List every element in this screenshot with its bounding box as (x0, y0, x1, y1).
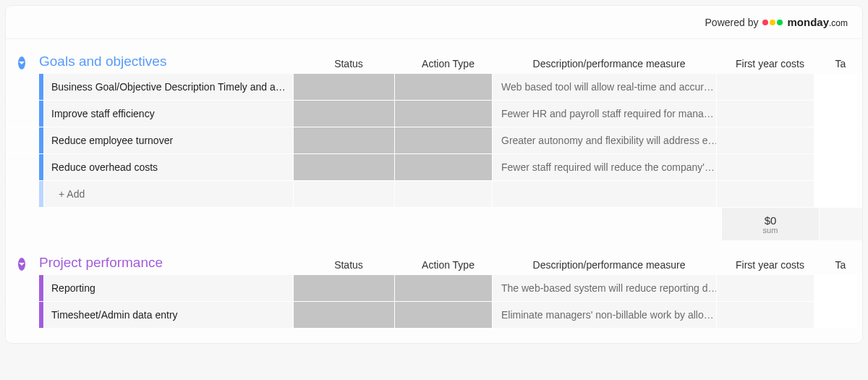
cost-cell[interactable] (716, 154, 814, 180)
table-row[interactable]: Business Goal/Objective Description Time… (6, 74, 862, 101)
description-cell[interactable]: Greater autonomy and flexibility will ad… (492, 127, 716, 153)
description-cell[interactable]: Web based tool will allow real-time and … (492, 74, 716, 100)
action-type-cell[interactable] (394, 302, 492, 328)
col-ta[interactable]: Ta (819, 259, 862, 271)
collapse-button[interactable] (18, 258, 25, 271)
collapse-button[interactable] (18, 56, 25, 69)
table-row[interactable]: Reduce employee turnover Greater autonom… (6, 127, 862, 154)
chevron-down-icon (18, 261, 25, 268)
cost-cell[interactable] (716, 101, 814, 127)
group-title[interactable]: Goals and objectives (29, 54, 166, 69)
col-action-type[interactable]: Action Type (399, 58, 497, 69)
ta-cell[interactable] (814, 302, 857, 328)
group-rows: Reporting The web-based system will redu… (6, 275, 862, 329)
status-cell[interactable] (293, 101, 394, 127)
cost-sum: $0 sum (721, 208, 819, 240)
description-cell[interactable]: Fewer HR and payroll staff required for … (492, 101, 716, 127)
col-status[interactable]: Status (298, 58, 399, 69)
add-item-button[interactable]: + Add (43, 181, 293, 207)
table-row[interactable]: Reduce overhead costs Fewer staff requir… (6, 154, 862, 181)
action-type-cell[interactable] (394, 127, 492, 153)
col-status[interactable]: Status (298, 259, 399, 271)
action-type-cell[interactable] (394, 275, 492, 301)
status-cell[interactable] (293, 154, 394, 180)
status-cell[interactable] (293, 302, 394, 328)
col-first-year-costs[interactable]: First year costs (721, 259, 819, 271)
col-description[interactable]: Description/performance measure (497, 259, 721, 271)
group-goals: Goals and objectives Status Action Type … (6, 54, 862, 240)
item-name[interactable]: Reporting (43, 275, 293, 301)
action-type-cell[interactable] (394, 101, 492, 127)
group-header: Goals and objectives Status Action Type … (6, 54, 862, 74)
col-description[interactable]: Description/performance measure (497, 58, 721, 69)
table-row[interactable]: Improve staff efficiency Fewer HR and pa… (6, 101, 862, 127)
ta-cell[interactable] (814, 275, 857, 301)
add-item-row[interactable]: + Add (6, 181, 862, 208)
group-footer: $0 sum (6, 208, 862, 240)
status-cell[interactable] (293, 127, 394, 153)
group-header: Project performance Status Action Type D… (6, 255, 862, 275)
cost-cell[interactable] (716, 275, 814, 301)
ta-cell[interactable] (814, 154, 857, 180)
powered-by-label: Powered by (705, 17, 759, 28)
item-name[interactable]: Improve staff efficiency (43, 101, 293, 127)
col-ta[interactable]: Ta (819, 58, 862, 69)
board-shell: Powered by monday.com Goals and objectiv… (6, 6, 862, 343)
col-first-year-costs[interactable]: First year costs (721, 58, 819, 69)
group-rows: Business Goal/Objective Description Time… (6, 74, 862, 208)
table-row[interactable]: Timesheet/Admin data entry Eliminate man… (6, 302, 862, 329)
description-cell[interactable]: The web-based system will reduce reporti… (492, 275, 716, 301)
status-cell[interactable] (293, 74, 394, 100)
cost-cell[interactable] (716, 127, 814, 153)
status-cell[interactable] (293, 275, 394, 301)
table-row[interactable]: Reporting The web-based system will redu… (6, 275, 862, 302)
item-name[interactable]: Business Goal/Objective Description Time… (43, 74, 293, 100)
description-cell[interactable]: Eliminate managers' non-billable work by… (492, 302, 716, 328)
description-cell[interactable]: Fewer staff required will reduce the com… (492, 154, 716, 180)
cost-cell[interactable] (716, 74, 814, 100)
ta-cell[interactable] (814, 101, 857, 127)
action-type-cell[interactable] (394, 154, 492, 180)
brand-name: monday.com (787, 16, 848, 28)
action-type-cell[interactable] (394, 74, 492, 100)
group-title[interactable]: Project performance (29, 255, 163, 271)
cost-cell[interactable] (716, 302, 814, 328)
col-action-type[interactable]: Action Type (399, 259, 497, 271)
item-name[interactable]: Reduce overhead costs (43, 154, 293, 180)
monday-logo-icon (762, 20, 783, 25)
ta-cell[interactable] (814, 127, 857, 153)
chevron-down-icon (18, 59, 25, 67)
ta-cell[interactable] (814, 74, 857, 100)
item-name[interactable]: Reduce employee turnover (43, 127, 293, 153)
item-name[interactable]: Timesheet/Admin data entry (43, 302, 293, 328)
group-project-performance: Project performance Status Action Type D… (6, 255, 862, 329)
board: Goals and objectives Status Action Type … (6, 54, 862, 343)
powered-by-bar: Powered by monday.com (6, 6, 862, 39)
